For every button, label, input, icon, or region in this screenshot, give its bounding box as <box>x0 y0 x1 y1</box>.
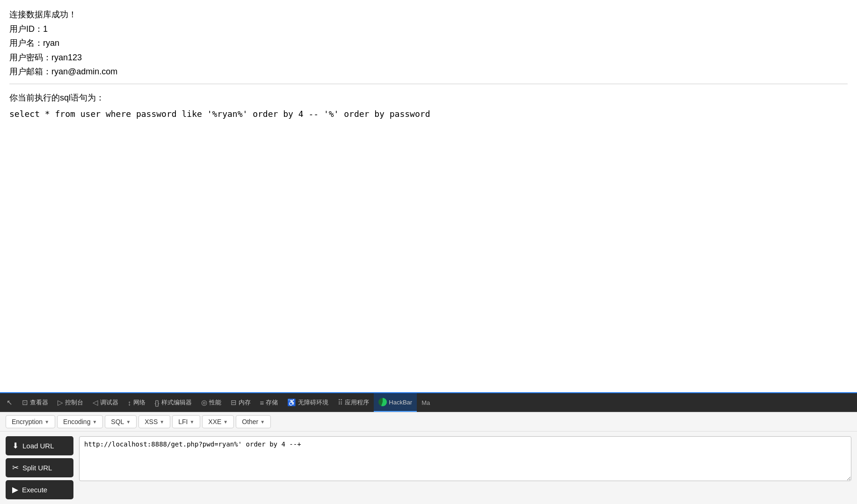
devtools-performance[interactable]: ◎ 性能 <box>196 393 226 412</box>
sql-query: select * from user where password like '… <box>9 107 848 122</box>
storage-icon: ≡ <box>260 399 264 407</box>
devtools-console[interactable]: ▷ 控制台 <box>53 393 88 412</box>
devtools-storage[interactable]: ≡ 存储 <box>255 393 283 412</box>
inspector-label: 查看器 <box>30 398 48 407</box>
memory-label: 内存 <box>239 398 251 407</box>
application-icon: ⠿ <box>338 398 343 407</box>
sql-menu[interactable]: SQL ▼ <box>105 415 137 428</box>
devtools-hackbar[interactable]: HackBar <box>374 393 417 412</box>
execute-icon: ▶ <box>12 485 18 495</box>
split-url-icon: ✂ <box>12 463 19 473</box>
style-editor-label: 样式编辑器 <box>161 398 192 407</box>
sql-chevron: ▼ <box>126 419 131 425</box>
style-editor-icon: {} <box>155 399 160 407</box>
devtools-accessibility[interactable]: ♿ 无障碍环境 <box>283 393 333 412</box>
encoding-label: Encoding <box>63 418 90 425</box>
devtools-style-editor[interactable]: {} 样式编辑器 <box>150 393 196 412</box>
devtools-memory[interactable]: ⊟ 内存 <box>226 393 255 412</box>
username-line: 用户名：ryan <box>9 36 848 50</box>
other-label: Other <box>242 418 258 425</box>
execute-label: Execute <box>22 486 47 494</box>
xss-chevron: ▼ <box>160 419 164 425</box>
network-label: 网络 <box>133 398 145 407</box>
load-url-button[interactable]: ⬇ Load URL <box>6 436 73 455</box>
encoding-chevron: ▼ <box>92 419 97 425</box>
devtools-application[interactable]: ⠿ 应用程序 <box>333 393 374 412</box>
sql-label: SQL <box>111 418 124 425</box>
application-label: 应用程序 <box>345 398 369 407</box>
memory-icon: ⊟ <box>231 398 237 407</box>
accessibility-icon: ♿ <box>287 398 296 407</box>
encoding-menu[interactable]: Encoding ▼ <box>57 415 103 428</box>
load-url-label: Load URL <box>22 442 54 450</box>
hackbar-label: HackBar <box>389 399 412 406</box>
devtools-inspector[interactable]: ⊡ 查看器 <box>17 393 53 412</box>
encryption-chevron: ▼ <box>44 419 49 425</box>
bottom-bar: ↖ ⊡ 查看器 ▷ 控制台 ◁ 调试器 ↕ 网络 {} 样式编辑器 ◎ 性能 ⊟… <box>0 392 857 504</box>
hackbar-menu: Encryption ▼ Encoding ▼ SQL ▼ XSS ▼ LFI … <box>0 412 857 432</box>
action-buttons: ⬇ Load URL ✂ Split URL ▶ Execute <box>6 436 73 499</box>
cursor-icon: ↖ <box>7 398 13 407</box>
xxe-chevron: ▼ <box>223 419 228 425</box>
xxe-label: XXE <box>208 418 221 425</box>
hackbar-panel: Encryption ▼ Encoding ▼ SQL ▼ XSS ▼ LFI … <box>0 412 857 504</box>
devtools-more[interactable]: Ma <box>417 393 435 412</box>
main-content: 连接数据库成功！ 用户ID：1 用户名：ryan 用户密码：ryan123 用户… <box>0 0 857 262</box>
split-url-label: Split URL <box>22 464 52 472</box>
debugger-icon: ◁ <box>93 398 98 407</box>
xss-label: XSS <box>145 418 158 425</box>
other-chevron: ▼ <box>260 419 265 425</box>
hackbar-body: ⬇ Load URL ✂ Split URL ▶ Execute <box>0 432 857 504</box>
encryption-menu[interactable]: Encryption ▼ <box>6 415 55 428</box>
performance-icon: ◎ <box>201 398 207 407</box>
lfi-chevron: ▼ <box>189 419 194 425</box>
db-success-line: 连接数据库成功！ <box>9 7 848 22</box>
xss-menu[interactable]: XSS ▼ <box>138 415 170 428</box>
devtools-bar: ↖ ⊡ 查看器 ▷ 控制台 ◁ 调试器 ↕ 网络 {} 样式编辑器 ◎ 性能 ⊟… <box>0 392 857 412</box>
performance-label: 性能 <box>209 398 221 407</box>
lfi-label: LFI <box>178 418 188 425</box>
load-url-icon: ⬇ <box>12 441 19 451</box>
devtools-debugger[interactable]: ◁ 调试器 <box>88 393 123 412</box>
divider <box>9 84 848 84</box>
split-url-button[interactable]: ✂ Split URL <box>6 458 73 477</box>
user-id-line: 用户ID：1 <box>9 22 848 36</box>
inspector-icon: ⊡ <box>22 398 28 407</box>
execute-button[interactable]: ▶ Execute <box>6 480 73 499</box>
accessibility-label: 无障碍环境 <box>298 398 328 407</box>
storage-label: 存储 <box>266 398 278 407</box>
lfi-menu[interactable]: LFI ▼ <box>172 415 200 428</box>
encryption-label: Encryption <box>12 418 43 425</box>
console-label: 控制台 <box>65 398 83 407</box>
password-line: 用户密码：ryan123 <box>9 50 848 65</box>
xxe-menu[interactable]: XXE ▼ <box>202 415 234 428</box>
devtools-cursor[interactable]: ↖ <box>2 393 17 412</box>
more-label: Ma <box>421 399 430 406</box>
email-line: 用户邮箱：ryan@admin.com <box>9 65 848 79</box>
other-menu[interactable]: Other ▼ <box>236 415 271 428</box>
console-icon: ▷ <box>58 398 63 407</box>
url-input[interactable] <box>79 436 851 481</box>
hackbar-icon <box>378 398 387 406</box>
network-icon: ↕ <box>128 399 131 407</box>
devtools-network[interactable]: ↕ 网络 <box>123 393 150 412</box>
sql-label: 你当前执行的sql语句为： <box>9 91 848 105</box>
debugger-label: 调试器 <box>100 398 118 407</box>
